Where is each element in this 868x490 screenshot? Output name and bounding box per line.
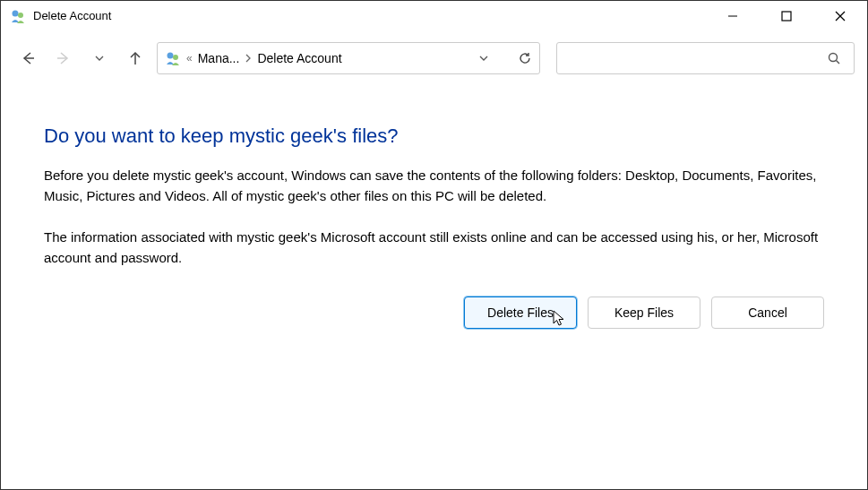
close-button[interactable] xyxy=(813,1,867,31)
chevron-right-icon xyxy=(245,53,252,64)
svg-point-0 xyxy=(13,10,19,16)
button-label: Cancel xyxy=(748,305,787,320)
breadcrumb-segment[interactable]: Mana... xyxy=(198,51,240,65)
minimize-button[interactable] xyxy=(706,1,760,31)
svg-rect-3 xyxy=(782,12,791,21)
back-button[interactable] xyxy=(13,44,42,73)
recent-dropdown[interactable] xyxy=(85,44,114,73)
svg-point-9 xyxy=(168,53,174,59)
titlebar: Delete Account xyxy=(1,1,867,31)
svg-point-1 xyxy=(18,13,23,18)
button-label: Delete Files xyxy=(487,305,554,320)
content-area: Do you want to keep mystic geek's files?… xyxy=(1,85,867,268)
description-paragraph-1: Before you delete mystic geek's account,… xyxy=(44,166,824,206)
button-label: Keep Files xyxy=(614,305,674,320)
up-button[interactable] xyxy=(121,44,150,73)
keep-files-button[interactable]: Keep Files xyxy=(588,297,700,329)
button-row: Delete Files Keep Files Cancel xyxy=(1,297,867,329)
forward-button[interactable] xyxy=(49,44,78,73)
svg-point-11 xyxy=(829,54,838,62)
maximize-button[interactable] xyxy=(760,1,813,31)
address-bar[interactable]: « Mana... Delete Account xyxy=(157,42,540,74)
delete-files-button[interactable]: Delete Files xyxy=(464,297,577,329)
svg-line-12 xyxy=(837,61,840,64)
cancel-button[interactable]: Cancel xyxy=(711,297,824,329)
chevron-down-icon[interactable] xyxy=(478,53,489,64)
breadcrumb-overflow-icon[interactable]: « xyxy=(186,52,193,64)
svg-point-10 xyxy=(173,55,178,60)
app-icon xyxy=(10,8,26,24)
window-controls xyxy=(706,1,867,31)
window-title: Delete Account xyxy=(33,9,706,22)
location-icon xyxy=(165,50,181,66)
description-paragraph-2: The information associated with mystic g… xyxy=(44,228,824,268)
search-input[interactable] xyxy=(556,42,855,74)
search-icon xyxy=(827,51,841,65)
toolbar: « Mana... Delete Account xyxy=(1,31,867,85)
page-heading: Do you want to keep mystic geek's files? xyxy=(44,125,824,148)
cursor-icon xyxy=(553,310,567,328)
refresh-button[interactable] xyxy=(518,51,532,65)
breadcrumb-segment[interactable]: Delete Account xyxy=(257,51,341,65)
